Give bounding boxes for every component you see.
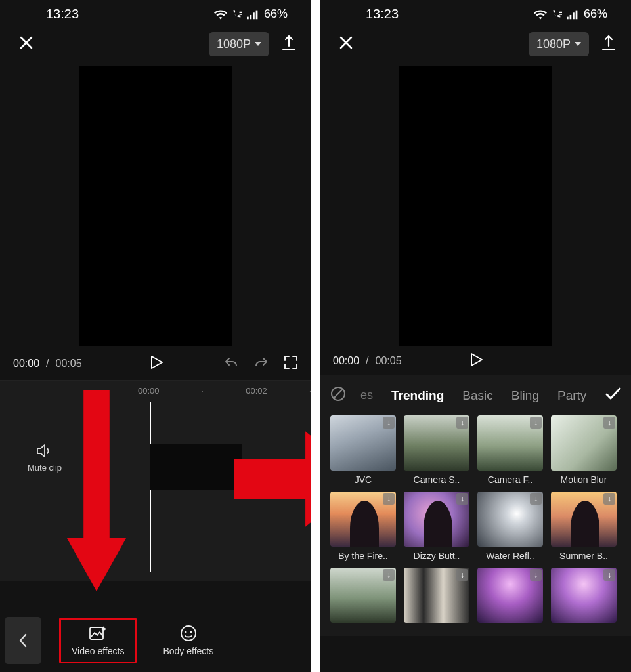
redo-icon: [253, 356, 269, 369]
svg-rect-11: [576, 10, 578, 19]
resolution-label: 1080P: [217, 37, 251, 51]
svg-point-5: [181, 626, 196, 640]
body-effects-label: Body effects: [163, 646, 213, 656]
tab-basic[interactable]: Basic: [462, 388, 492, 403]
close-button[interactable]: [14, 30, 38, 58]
resolution-label: 1080P: [536, 37, 571, 51]
close-icon: [338, 35, 354, 51]
tab-party[interactable]: Party: [557, 388, 586, 403]
body-effects-button[interactable]: Body effects: [152, 620, 224, 662]
download-icon: ↓: [603, 569, 615, 581]
mute-clip-button[interactable]: Mute clip: [28, 444, 62, 472]
preview-canvas[interactable]: [399, 66, 552, 346]
tab-fragment[interactable]: es: [360, 388, 373, 402]
video-preview: [320, 62, 631, 346]
play-button[interactable]: [148, 354, 163, 373]
status-icons: 66%: [214, 7, 288, 21]
chevron-down-icon: [255, 42, 261, 46]
signal-icon: [247, 9, 260, 20]
effect-summer-b[interactable]: ↓Summer B..: [551, 492, 617, 561]
undo-button[interactable]: [223, 356, 239, 371]
download-icon: ↓: [456, 569, 468, 581]
svg-rect-10: [573, 12, 575, 19]
signal-icon: [567, 9, 580, 20]
chevron-left-icon: [18, 633, 28, 648]
close-button[interactable]: [334, 30, 358, 58]
effect-item-10[interactable]: ↓: [404, 568, 469, 623]
tab-trending[interactable]: Trending: [391, 388, 444, 403]
svg-point-6: [185, 631, 186, 633]
time-current: 00:00: [333, 355, 359, 367]
effects-grid[interactable]: ↓JVC ↓Camera S.. ↓Camera F.. ↓Motion Blu…: [320, 413, 631, 625]
tab-bling[interactable]: Bling: [511, 388, 539, 403]
face-icon: [180, 625, 197, 642]
bottom-toolbar: Video effects Body effects: [0, 609, 311, 672]
status-time: 13:23: [366, 7, 399, 22]
chevron-down-icon: [575, 42, 581, 46]
svg-rect-3: [256, 10, 258, 19]
play-icon: [468, 352, 483, 368]
download-icon: ↓: [530, 493, 542, 505]
none-icon: [330, 386, 346, 402]
annotation-arrow-down: [67, 378, 126, 627]
redo-button[interactable]: [253, 356, 269, 371]
effect-jvc[interactable]: ↓JVC: [330, 415, 396, 485]
download-icon: ↓: [456, 493, 468, 505]
download-icon: ↓: [456, 417, 468, 429]
none-effect-button[interactable]: [330, 386, 346, 405]
download-icon: ↓: [383, 493, 395, 505]
effect-camera-f[interactable]: ↓Camera F..: [477, 415, 543, 485]
screen-right: 13:23 66% 1080P: [320, 0, 631, 672]
battery-percent: 66%: [264, 7, 288, 21]
export-icon: [601, 34, 617, 51]
video-preview: [0, 62, 311, 346]
download-icon: ↓: [530, 417, 542, 429]
preview-canvas[interactable]: [79, 66, 232, 346]
battery-percent: 66%: [584, 7, 607, 21]
fullscreen-button[interactable]: [284, 355, 298, 372]
effect-water-refl[interactable]: ↓Water Refl..: [477, 492, 543, 561]
svg-rect-1: [250, 14, 252, 18]
speaker-icon: [36, 444, 53, 458]
resolution-button[interactable]: 1080P: [529, 32, 589, 56]
status-icons: 66%: [534, 7, 607, 21]
annotation-arrow-right: [234, 427, 311, 532]
export-button[interactable]: [281, 34, 297, 54]
time-current: 00:00: [13, 358, 39, 369]
effect-dizzy-butt[interactable]: ↓Dizzy Butt..: [404, 492, 469, 561]
clip[interactable]: [150, 444, 242, 490]
wifi-icon: [214, 9, 227, 20]
play-button[interactable]: [468, 352, 483, 370]
effect-motion-blur[interactable]: ↓Motion Blur: [551, 415, 617, 485]
effect-camera-s[interactable]: ↓Camera S..: [404, 415, 469, 485]
export-icon: [281, 34, 297, 51]
download-icon: ↓: [383, 417, 395, 429]
check-icon: [605, 387, 622, 401]
confirm-button[interactable]: [605, 387, 622, 404]
top-bar: 1080P: [320, 26, 631, 62]
undo-icon: [223, 356, 239, 369]
timeline-ruler: 00:00 · 00:02 ·: [0, 386, 311, 396]
effects-tabs: es Trending Basic Bling Party: [320, 382, 631, 413]
time-total: 00:05: [376, 355, 402, 367]
screen-left: 13:23 66% 1080P: [0, 0, 311, 672]
export-button[interactable]: [601, 34, 617, 54]
volte-icon: [231, 9, 243, 20]
time-total: 00:05: [56, 358, 82, 369]
effect-item-12[interactable]: ↓: [551, 568, 617, 623]
resolution-button[interactable]: 1080P: [209, 32, 269, 56]
back-button[interactable]: [5, 617, 41, 664]
status-time: 13:23: [46, 7, 79, 22]
download-icon: ↓: [603, 417, 615, 429]
close-icon: [18, 35, 34, 51]
download-icon: ↓: [530, 569, 542, 581]
effect-item-11[interactable]: ↓: [477, 568, 543, 623]
status-bar: 13:23 66%: [320, 0, 631, 26]
svg-rect-9: [570, 14, 572, 18]
volte-icon: [551, 9, 563, 20]
effect-item-9[interactable]: ↓: [330, 568, 396, 623]
effect-by-the-fire[interactable]: ↓By the Fire..: [330, 492, 396, 561]
wifi-icon: [534, 9, 547, 20]
playback-bar: 00:00 / 00:05: [0, 346, 311, 380]
video-effects-label: Video effects: [72, 646, 124, 656]
